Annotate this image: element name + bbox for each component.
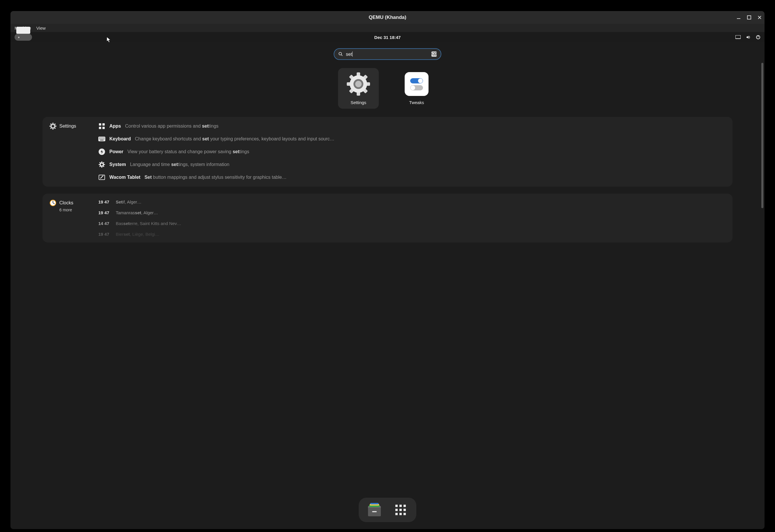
app-tile-settings[interactable]: Settings bbox=[338, 68, 379, 109]
svg-rect-25 bbox=[101, 138, 102, 138]
gear-icon bbox=[49, 123, 56, 130]
qemu-window: QEMU (Khanda) Machine View Dec 31 18:47 bbox=[10, 11, 765, 529]
settings-row-keyboard[interactable]: Keyboard Change keyboard shortcuts and s… bbox=[98, 135, 726, 142]
svg-rect-55 bbox=[404, 513, 406, 515]
settings-row-wacom[interactable]: Wacom Tablet Set button mappings and adj… bbox=[98, 174, 726, 181]
svg-line-6 bbox=[341, 55, 342, 56]
svg-point-12 bbox=[418, 78, 423, 83]
close-button[interactable] bbox=[758, 15, 762, 19]
svg-rect-47 bbox=[396, 505, 398, 507]
settings-results-card: Settings Apps Control various app permis… bbox=[42, 117, 733, 187]
search-icon bbox=[338, 52, 343, 56]
svg-rect-2 bbox=[735, 35, 741, 39]
tweaks-icon bbox=[405, 72, 429, 96]
dash bbox=[359, 498, 416, 522]
maximize-button[interactable] bbox=[747, 15, 751, 19]
clock-label[interactable]: Dec 31 18:47 bbox=[374, 35, 401, 40]
svg-point-5 bbox=[339, 52, 341, 55]
svg-point-14 bbox=[411, 85, 415, 90]
clear-search-button[interactable]: ⌫ bbox=[432, 51, 437, 57]
status-area[interactable] bbox=[735, 32, 760, 42]
provider-more[interactable]: 6 more bbox=[59, 208, 72, 212]
svg-rect-26 bbox=[103, 138, 103, 138]
svg-rect-19 bbox=[102, 123, 105, 126]
app-label: Settings bbox=[350, 100, 366, 105]
keyboard-icon bbox=[98, 135, 105, 142]
settings-row-system[interactable]: System Language and time settings, syste… bbox=[98, 161, 726, 168]
svg-rect-27 bbox=[104, 138, 104, 138]
activities-button[interactable] bbox=[15, 34, 32, 41]
qemu-menubar: Machine View bbox=[10, 24, 765, 32]
svg-rect-49 bbox=[404, 505, 406, 507]
clocks-row[interactable]: 14 47 Basseterre, Saint Kitts and Nev… bbox=[98, 221, 726, 226]
svg-rect-20 bbox=[99, 127, 101, 129]
qemu-title: QEMU (Khanda) bbox=[368, 15, 406, 20]
svg-rect-52 bbox=[404, 509, 406, 511]
svg-rect-46 bbox=[372, 511, 377, 512]
svg-rect-29 bbox=[100, 139, 101, 139]
scrollbar[interactable] bbox=[761, 63, 763, 208]
settings-row-apps[interactable]: Apps Control various app permissions and… bbox=[98, 123, 726, 130]
fade-overlay bbox=[10, 451, 765, 491]
grid-icon bbox=[98, 123, 105, 130]
svg-rect-28 bbox=[99, 139, 100, 139]
app-tile-tweaks[interactable]: Tweaks bbox=[396, 68, 437, 109]
svg-point-10 bbox=[355, 81, 361, 87]
svg-rect-30 bbox=[101, 139, 102, 139]
qemu-titlebar: QEMU (Khanda) bbox=[10, 11, 765, 24]
svg-rect-1 bbox=[747, 16, 751, 19]
svg-rect-31 bbox=[103, 139, 103, 139]
svg-rect-32 bbox=[104, 139, 104, 139]
power-icon bbox=[98, 148, 105, 155]
gnome-overview: set ⌫ bbox=[10, 42, 765, 529]
gnome-top-bar: Dec 31 18:47 bbox=[10, 32, 765, 42]
svg-point-37 bbox=[101, 164, 103, 166]
gear-icon bbox=[98, 161, 105, 168]
svg-rect-48 bbox=[400, 505, 402, 507]
search-text: set bbox=[346, 51, 429, 57]
svg-rect-50 bbox=[396, 509, 398, 511]
screen-icon[interactable] bbox=[735, 35, 741, 39]
clocks-items: 19 47 Setif, Alger… 19 47 Tamanrasset, A… bbox=[98, 199, 726, 237]
svg-rect-53 bbox=[396, 513, 398, 515]
settings-row-power[interactable]: Power View your battery status and chang… bbox=[98, 148, 726, 155]
power-icon[interactable] bbox=[756, 35, 760, 40]
provider-title: Clocks bbox=[59, 200, 73, 206]
menu-view[interactable]: View bbox=[36, 26, 46, 31]
svg-rect-0 bbox=[737, 18, 740, 19]
settings-icon bbox=[346, 72, 370, 96]
svg-rect-44 bbox=[370, 503, 378, 504]
clocks-row[interactable]: 19 47 Tamanrasset, Alger… bbox=[98, 210, 726, 215]
volume-icon[interactable] bbox=[746, 35, 751, 40]
dash-show-apps[interactable] bbox=[392, 501, 409, 519]
clock-icon bbox=[49, 199, 56, 206]
settings-items: Apps Control various app permissions and… bbox=[98, 123, 726, 181]
svg-rect-18 bbox=[99, 123, 101, 126]
clocks-row[interactable]: 19 47 Bierset, Liège, Belgi… bbox=[98, 232, 726, 237]
svg-rect-21 bbox=[102, 127, 105, 129]
search-input[interactable]: set ⌫ bbox=[334, 48, 441, 60]
svg-rect-4 bbox=[758, 35, 758, 37]
svg-rect-23 bbox=[99, 138, 100, 138]
svg-rect-33 bbox=[100, 140, 104, 140]
app-results: Settings Tweaks bbox=[10, 68, 765, 109]
tablet-icon bbox=[98, 174, 105, 181]
minimize-button[interactable] bbox=[737, 15, 741, 19]
provider-title: Settings bbox=[59, 124, 76, 129]
svg-rect-24 bbox=[100, 138, 101, 138]
clocks-row[interactable]: 19 47 Setif, Alger… bbox=[98, 199, 726, 204]
app-label: Tweaks bbox=[409, 100, 424, 105]
svg-point-17 bbox=[52, 125, 54, 127]
dash-files[interactable] bbox=[366, 501, 383, 519]
svg-rect-51 bbox=[400, 509, 402, 511]
clocks-results-card: Clocks 6 more 19 47 Setif, Alger… 19 47 … bbox=[42, 194, 733, 242]
svg-rect-54 bbox=[400, 513, 402, 515]
